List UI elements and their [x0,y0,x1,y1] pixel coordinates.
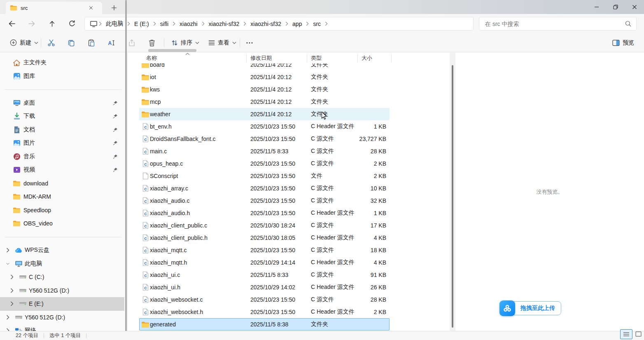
desktop-icon [13,99,21,107]
upload-label[interactable]: 拖拽至此上传 [513,301,561,315]
file-row[interactable]: iot2025/11/4 20:12文件夹 [139,71,390,83]
breadcrumb-segment[interactable]: xiaozhi-sf32 [205,21,243,27]
file-row[interactable]: Cxiaozhi_client_public.c2025/10/30 18:24… [139,219,390,232]
sort-button[interactable]: 排序 [167,36,203,49]
search-box[interactable] [479,17,637,30]
column-header-name[interactable]: 名称 [146,53,157,63]
forward-button[interactable] [25,16,39,30]
file-row[interactable]: Cxiaozhi_client_public.h2025/10/30 18:05… [139,232,390,244]
rename-button[interactable]: A [103,36,120,49]
file-size: 17 KB [371,222,386,229]
new-tab-button[interactable] [109,4,119,12]
vertical-scrollbar-thumb[interactable] [452,65,453,328]
file-row[interactable]: weather2025/11/4 20:12文件夹 [139,108,390,120]
sidebar-item[interactable]: 主文件夹 [0,56,124,70]
breadcrumb-segment[interactable]: xiaozhi-sf32 [247,21,285,27]
file-name: opus_heap.c [150,160,183,167]
breadcrumb-segment[interactable]: sifli [156,21,172,27]
file-row[interactable]: board2025/11/4 20:12文件夹 [139,63,390,71]
sidebar-item[interactable]: 视频 [0,163,124,177]
new-button[interactable]: 新建 [6,36,42,49]
file-row[interactable]: Cxiaozhi_websocket.h2025/10/23 15:50C He… [139,306,390,318]
details-view-toggle[interactable] [620,329,632,339]
sidebar-item[interactable]: WPS云盘 [0,244,124,257]
restore-button[interactable] [606,0,625,14]
more-options-button[interactable] [242,36,257,49]
up-button[interactable] [45,16,59,30]
sidebar-item[interactable]: 图库 [0,70,124,83]
file-row[interactable]: Cxiaozhi_array.c2025/10/23 15:50C 源文件10 … [139,182,390,195]
sidebar-item[interactable]: C (C:) [0,270,124,284]
minimize-button[interactable] [587,0,606,14]
sidebar-item[interactable]: E (E:) [0,297,124,311]
file-rows: board2025/11/4 20:12文件夹iot2025/11/4 20:1… [128,63,450,331]
file-row[interactable]: mcp2025/11/4 20:12文件夹 [139,96,390,108]
column-header-type[interactable]: 类型 [311,53,322,63]
file-row[interactable]: CDroidSansFallback_font.c2025/10/23 15:5… [139,133,390,145]
tab-src[interactable]: src [6,2,102,14]
sidebar-item[interactable]: MDK-ARM [0,190,124,204]
column-separator[interactable] [357,54,358,63]
horizontal-scrollbar-thumb[interactable] [148,49,196,52]
tab-close-icon[interactable] [87,5,95,11]
file-row[interactable]: Cxiaozhi_audio.h2025/10/23 15:50C Header… [139,207,390,219]
netdisk-upload-icon[interactable] [499,300,515,316]
sidebar-item[interactable]: OBS_video [0,217,124,230]
pin-icon [113,141,118,145]
sidebar-scrollbar-thumb[interactable] [125,0,127,340]
breadcrumb-segment[interactable]: app [289,21,306,27]
chevron-right-icon [153,21,156,26]
breadcrumb-segment[interactable]: src [309,21,324,27]
large-icons-view-toggle[interactable] [635,330,642,338]
file-size: 26 KB [371,284,386,291]
breadcrumb-segment[interactable]: 此电脑 [102,20,127,28]
file-row[interactable]: Cxiaozhi_websocket.c2025/10/23 15:50C 源文… [139,293,390,306]
sidebar-item[interactable]: Y560 512G (D:) [0,311,124,324]
file-row[interactable]: kws2025/11/4 20:12文件夹 [139,83,390,96]
file-row[interactable]: Cxiaozhi_ui.h2025/10/29 14:02C Header 源文… [139,281,390,293]
refresh-button[interactable] [65,16,79,30]
sidebar-item[interactable]: 此电脑 [0,257,124,271]
column-header-date[interactable]: 修改日期 [250,53,272,63]
delete-button[interactable] [143,36,161,49]
file-row[interactable]: SConscript2025/10/23 15:50文件2 KB [139,170,390,182]
sidebar-item[interactable]: 音乐 [0,150,124,164]
cut-button[interactable] [42,36,60,49]
file-name: bt_env.h [150,123,172,130]
paste-button[interactable] [83,36,100,49]
file-row[interactable]: Copus_heap.c2025/10/23 15:50C 源文件2 KB [139,157,390,170]
breadcrumb-segment[interactable]: E (E:) [131,21,153,27]
file-row[interactable]: Cxiaozhi_mqtt.h2025/10/29 14:14C Header … [139,256,390,269]
column-separator[interactable] [246,54,247,63]
file-row[interactable]: Cmain.c2025/11/5 8:33C 源文件28 KB [139,145,390,157]
window-controls [587,0,644,14]
downloads-icon [13,113,21,120]
column-separator[interactable] [307,54,307,63]
sidebar-item[interactable]: 网络 [0,324,124,331]
sidebar-item[interactable]: Y560 512G (D:) [0,284,124,298]
back-button[interactable] [5,16,19,30]
sidebar-item[interactable]: 下载 [0,110,124,123]
preview-pane-icon [612,40,620,46]
preview-toggle-button[interactable]: 预览 [608,36,638,49]
breadcrumb-segment[interactable]: xiaozhi [176,21,201,27]
file-row[interactable]: Cbt_env.h2025/10/23 15:50C Header 源文件1 K… [139,120,390,133]
file-row[interactable]: Cxiaozhi_mqtt.c2025/10/23 15:50C 源文件18 K… [139,244,390,256]
sidebar-item[interactable]: Speedloop [0,204,124,217]
sidebar-item[interactable]: 文档 [0,123,124,137]
column-separator[interactable] [391,54,392,63]
close-button[interactable] [625,0,644,14]
address-bar[interactable]: 此电脑E (E:)siflixiaozhixiaozhi-sf32xiaozhi… [84,17,474,30]
sidebar-item[interactable]: 桌面 [0,96,124,110]
search-input[interactable] [484,20,625,28]
file-row[interactable]: Cxiaozhi_ui.c2025/11/5 8:33C 源文件91 KB [139,269,390,281]
file-row[interactable]: generated2025/11/5 8:38文件夹 [139,318,390,331]
view-button[interactable]: 查看 [204,36,240,49]
sidebar-item[interactable]: download [0,177,124,190]
file-date: 2025/10/23 15:50 [250,309,295,315]
column-header-size[interactable]: 大小 [362,53,372,63]
copy-button[interactable] [63,36,80,49]
sidebar-item[interactable]: 图片 [0,136,124,150]
file-row[interactable]: Cxiaozhi_audio.c2025/10/23 15:50C 源文件32 … [139,195,390,207]
upload-widget[interactable]: 拖拽至此上传 [499,300,561,316]
